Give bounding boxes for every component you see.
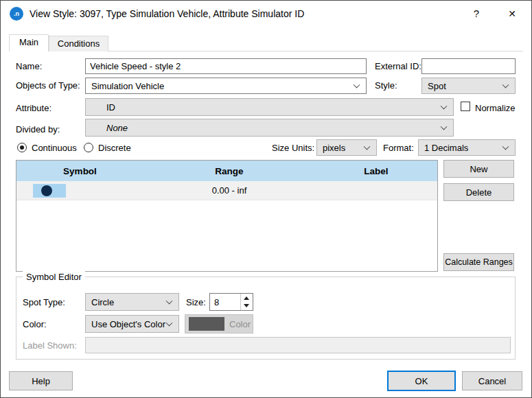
- window-title: View Style: 3097, Type Simulation Vehicl…: [30, 1, 304, 27]
- table-row[interactable]: 0.00 - inf: [16, 181, 437, 200]
- objects-of-type-value: Simulation Vehicle: [91, 81, 164, 91]
- style-label: Style:: [375, 80, 397, 92]
- name-input[interactable]: [85, 58, 367, 74]
- size-label: Size:: [186, 296, 206, 309]
- divided-by-label: Divided by:: [16, 124, 60, 136]
- view-style-dialog: .n View Style: 3097, Type Simulation Veh…: [0, 0, 532, 398]
- app-logo-text: .n: [14, 10, 19, 17]
- color-swatch: [189, 317, 224, 331]
- label-shown-input: [85, 337, 511, 353]
- color-button-label: Color: [229, 319, 251, 329]
- external-id-label: External ID:: [375, 60, 421, 73]
- new-button[interactable]: New: [443, 160, 514, 178]
- chevron-down-icon: [441, 103, 448, 110]
- spinner-buttons: [240, 294, 253, 310]
- tab-conditions[interactable]: Conditions: [49, 36, 108, 51]
- symbol-cell[interactable]: [33, 184, 66, 198]
- size-units-value: pixels: [323, 143, 345, 153]
- cancel-button[interactable]: Cancel: [462, 371, 522, 390]
- chevron-down-icon: [364, 143, 371, 150]
- size-units-label: Size Units:: [272, 142, 314, 154]
- color-mode-value: Use Object's Color: [91, 319, 165, 329]
- app-logo-icon: .n: [10, 7, 23, 21]
- attribute-select[interactable]: ID: [85, 98, 454, 116]
- calculate-ranges-button[interactable]: Calculate Ranges: [443, 253, 514, 271]
- ranges-table: Symbol Range Label 0.00 - inf: [16, 160, 438, 272]
- external-id-input[interactable]: [421, 58, 516, 74]
- tab-main[interactable]: Main: [9, 34, 49, 51]
- discrete-label: Discrete: [98, 142, 131, 154]
- normalize-label: Normalize: [475, 102, 516, 115]
- normalize-checkbox[interactable]: [461, 102, 470, 111]
- continuous-label: Continuous: [32, 142, 77, 154]
- name-label: Name:: [16, 60, 42, 73]
- discrete-radio[interactable]: [84, 143, 93, 152]
- column-header-label[interactable]: Label: [315, 161, 437, 181]
- size-units-select[interactable]: pixels: [316, 139, 377, 156]
- color-mode-select[interactable]: Use Object's Color: [85, 315, 179, 333]
- column-header-range[interactable]: Range: [143, 161, 315, 181]
- symbol-cell-container[interactable]: [16, 181, 143, 200]
- close-icon[interactable]: ✕: [498, 1, 526, 27]
- divided-by-select[interactable]: None: [85, 119, 454, 137]
- spot-type-label: Spot Type:: [23, 296, 65, 309]
- title-bar: .n View Style: 3097, Type Simulation Veh…: [1, 1, 531, 27]
- format-value: 1 Decimals: [424, 143, 468, 153]
- attribute-value: ID: [91, 102, 115, 113]
- objects-of-type-select[interactable]: Simulation Vehicle: [85, 78, 367, 94]
- color-label: Color:: [23, 318, 47, 331]
- chevron-down-icon: [166, 298, 173, 305]
- format-label: Format:: [383, 142, 414, 154]
- style-value: Spot: [428, 81, 446, 91]
- continuous-radio[interactable]: [17, 143, 27, 152]
- spin-down-icon[interactable]: [241, 302, 253, 310]
- chevron-down-icon: [354, 82, 360, 89]
- format-select[interactable]: 1 Decimals: [418, 139, 516, 156]
- chevron-down-icon: [441, 124, 448, 130]
- chevron-down-icon: [502, 143, 509, 150]
- help-button[interactable]: Help: [9, 371, 73, 390]
- divided-by-value: None: [91, 123, 128, 133]
- label-shown-label: Label Shown:: [23, 340, 77, 352]
- objects-of-type-label: Objects of Type:: [16, 80, 80, 92]
- table-header: Symbol Range Label: [16, 161, 437, 181]
- range-cell[interactable]: 0.00 - inf: [143, 181, 315, 200]
- attribute-label: Attribute:: [16, 102, 51, 115]
- spin-up-icon[interactable]: [241, 294, 253, 302]
- symbol-editor-title: Symbol Editor: [23, 271, 85, 283]
- chevron-down-icon: [166, 320, 173, 327]
- circle-symbol-icon: [41, 185, 52, 196]
- size-value: 8: [210, 297, 240, 307]
- ok-button[interactable]: OK: [387, 371, 456, 391]
- spot-type-select[interactable]: Circle: [85, 293, 179, 311]
- style-select[interactable]: Spot: [421, 78, 516, 94]
- help-icon[interactable]: ?: [463, 1, 490, 27]
- spot-type-value: Circle: [91, 297, 114, 307]
- chevron-down-icon: [502, 82, 509, 89]
- color-picker-button: Color: [185, 314, 253, 333]
- delete-button[interactable]: Delete: [443, 183, 514, 201]
- size-spinner[interactable]: 8: [209, 293, 253, 311]
- column-header-symbol[interactable]: Symbol: [16, 161, 143, 181]
- label-cell[interactable]: [315, 181, 437, 200]
